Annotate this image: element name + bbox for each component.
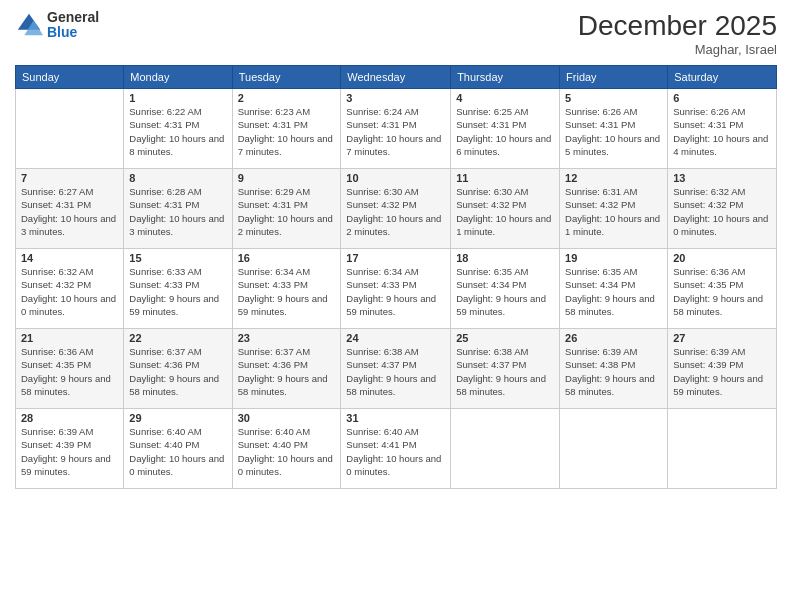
day-cell: 28Sunrise: 6:39 AM Sunset: 4:39 PM Dayli…: [16, 409, 124, 489]
day-cell: 4Sunrise: 6:25 AM Sunset: 4:31 PM Daylig…: [451, 89, 560, 169]
day-info: Sunrise: 6:30 AM Sunset: 4:32 PM Dayligh…: [456, 185, 554, 238]
day-info: Sunrise: 6:31 AM Sunset: 4:32 PM Dayligh…: [565, 185, 662, 238]
day-number: 16: [238, 252, 336, 264]
day-number: 14: [21, 252, 118, 264]
day-cell: 5Sunrise: 6:26 AM Sunset: 4:31 PM Daylig…: [560, 89, 668, 169]
day-number: 18: [456, 252, 554, 264]
day-number: 7: [21, 172, 118, 184]
day-number: 25: [456, 332, 554, 344]
day-info: Sunrise: 6:26 AM Sunset: 4:31 PM Dayligh…: [673, 105, 771, 158]
day-info: Sunrise: 6:38 AM Sunset: 4:37 PM Dayligh…: [456, 345, 554, 398]
day-info: Sunrise: 6:26 AM Sunset: 4:31 PM Dayligh…: [565, 105, 662, 158]
day-number: 5: [565, 92, 662, 104]
day-info: Sunrise: 6:27 AM Sunset: 4:31 PM Dayligh…: [21, 185, 118, 238]
day-number: 26: [565, 332, 662, 344]
day-cell: 14Sunrise: 6:32 AM Sunset: 4:32 PM Dayli…: [16, 249, 124, 329]
day-cell: 3Sunrise: 6:24 AM Sunset: 4:31 PM Daylig…: [341, 89, 451, 169]
day-number: 6: [673, 92, 771, 104]
day-info: Sunrise: 6:39 AM Sunset: 4:39 PM Dayligh…: [673, 345, 771, 398]
day-info: Sunrise: 6:24 AM Sunset: 4:31 PM Dayligh…: [346, 105, 445, 158]
week-row-3: 14Sunrise: 6:32 AM Sunset: 4:32 PM Dayli…: [16, 249, 777, 329]
day-info: Sunrise: 6:34 AM Sunset: 4:33 PM Dayligh…: [346, 265, 445, 318]
day-info: Sunrise: 6:36 AM Sunset: 4:35 PM Dayligh…: [673, 265, 771, 318]
day-cell: 24Sunrise: 6:38 AM Sunset: 4:37 PM Dayli…: [341, 329, 451, 409]
day-cell: 16Sunrise: 6:34 AM Sunset: 4:33 PM Dayli…: [232, 249, 341, 329]
day-number: 12: [565, 172, 662, 184]
day-info: Sunrise: 6:37 AM Sunset: 4:36 PM Dayligh…: [238, 345, 336, 398]
day-number: 28: [21, 412, 118, 424]
day-cell: 23Sunrise: 6:37 AM Sunset: 4:36 PM Dayli…: [232, 329, 341, 409]
day-number: 19: [565, 252, 662, 264]
title-section: December 2025 Maghar, Israel: [578, 10, 777, 57]
calendar-table: Sunday Monday Tuesday Wednesday Thursday…: [15, 65, 777, 489]
day-info: Sunrise: 6:40 AM Sunset: 4:40 PM Dayligh…: [238, 425, 336, 478]
week-row-1: 1Sunrise: 6:22 AM Sunset: 4:31 PM Daylig…: [16, 89, 777, 169]
day-info: Sunrise: 6:35 AM Sunset: 4:34 PM Dayligh…: [456, 265, 554, 318]
day-cell: [560, 409, 668, 489]
day-info: Sunrise: 6:25 AM Sunset: 4:31 PM Dayligh…: [456, 105, 554, 158]
day-cell: 31Sunrise: 6:40 AM Sunset: 4:41 PM Dayli…: [341, 409, 451, 489]
day-number: 11: [456, 172, 554, 184]
logo-icon: [15, 11, 43, 39]
col-saturday: Saturday: [668, 66, 777, 89]
page: General Blue December 2025 Maghar, Israe…: [0, 0, 792, 612]
day-info: Sunrise: 6:32 AM Sunset: 4:32 PM Dayligh…: [21, 265, 118, 318]
day-number: 15: [129, 252, 226, 264]
col-monday: Monday: [124, 66, 232, 89]
day-number: 13: [673, 172, 771, 184]
day-cell: 2Sunrise: 6:23 AM Sunset: 4:31 PM Daylig…: [232, 89, 341, 169]
day-info: Sunrise: 6:40 AM Sunset: 4:40 PM Dayligh…: [129, 425, 226, 478]
month-title: December 2025: [578, 10, 777, 42]
day-cell: 12Sunrise: 6:31 AM Sunset: 4:32 PM Dayli…: [560, 169, 668, 249]
day-cell: 8Sunrise: 6:28 AM Sunset: 4:31 PM Daylig…: [124, 169, 232, 249]
day-info: Sunrise: 6:35 AM Sunset: 4:34 PM Dayligh…: [565, 265, 662, 318]
day-number: 21: [21, 332, 118, 344]
logo: General Blue: [15, 10, 99, 41]
col-sunday: Sunday: [16, 66, 124, 89]
day-number: 22: [129, 332, 226, 344]
day-cell: 22Sunrise: 6:37 AM Sunset: 4:36 PM Dayli…: [124, 329, 232, 409]
day-cell: [451, 409, 560, 489]
logo-general-text: General: [47, 10, 99, 25]
day-cell: 30Sunrise: 6:40 AM Sunset: 4:40 PM Dayli…: [232, 409, 341, 489]
day-cell: [668, 409, 777, 489]
day-number: 10: [346, 172, 445, 184]
day-cell: 26Sunrise: 6:39 AM Sunset: 4:38 PM Dayli…: [560, 329, 668, 409]
day-cell: 19Sunrise: 6:35 AM Sunset: 4:34 PM Dayli…: [560, 249, 668, 329]
day-cell: 9Sunrise: 6:29 AM Sunset: 4:31 PM Daylig…: [232, 169, 341, 249]
col-wednesday: Wednesday: [341, 66, 451, 89]
day-info: Sunrise: 6:29 AM Sunset: 4:31 PM Dayligh…: [238, 185, 336, 238]
col-friday: Friday: [560, 66, 668, 89]
col-thursday: Thursday: [451, 66, 560, 89]
day-info: Sunrise: 6:28 AM Sunset: 4:31 PM Dayligh…: [129, 185, 226, 238]
calendar-header-row: Sunday Monday Tuesday Wednesday Thursday…: [16, 66, 777, 89]
day-number: 31: [346, 412, 445, 424]
day-info: Sunrise: 6:39 AM Sunset: 4:39 PM Dayligh…: [21, 425, 118, 478]
day-info: Sunrise: 6:23 AM Sunset: 4:31 PM Dayligh…: [238, 105, 336, 158]
day-cell: 17Sunrise: 6:34 AM Sunset: 4:33 PM Dayli…: [341, 249, 451, 329]
day-number: 1: [129, 92, 226, 104]
logo-blue-text: Blue: [47, 25, 99, 40]
col-tuesday: Tuesday: [232, 66, 341, 89]
day-cell: 7Sunrise: 6:27 AM Sunset: 4:31 PM Daylig…: [16, 169, 124, 249]
day-info: Sunrise: 6:33 AM Sunset: 4:33 PM Dayligh…: [129, 265, 226, 318]
day-cell: 21Sunrise: 6:36 AM Sunset: 4:35 PM Dayli…: [16, 329, 124, 409]
location: Maghar, Israel: [578, 42, 777, 57]
day-number: 24: [346, 332, 445, 344]
day-cell: 6Sunrise: 6:26 AM Sunset: 4:31 PM Daylig…: [668, 89, 777, 169]
day-number: 2: [238, 92, 336, 104]
day-number: 29: [129, 412, 226, 424]
day-number: 8: [129, 172, 226, 184]
day-info: Sunrise: 6:22 AM Sunset: 4:31 PM Dayligh…: [129, 105, 226, 158]
day-info: Sunrise: 6:30 AM Sunset: 4:32 PM Dayligh…: [346, 185, 445, 238]
day-cell: 1Sunrise: 6:22 AM Sunset: 4:31 PM Daylig…: [124, 89, 232, 169]
day-cell: 25Sunrise: 6:38 AM Sunset: 4:37 PM Dayli…: [451, 329, 560, 409]
day-info: Sunrise: 6:37 AM Sunset: 4:36 PM Dayligh…: [129, 345, 226, 398]
day-number: 4: [456, 92, 554, 104]
day-info: Sunrise: 6:39 AM Sunset: 4:38 PM Dayligh…: [565, 345, 662, 398]
day-number: 3: [346, 92, 445, 104]
day-cell: 13Sunrise: 6:32 AM Sunset: 4:32 PM Dayli…: [668, 169, 777, 249]
day-cell: 29Sunrise: 6:40 AM Sunset: 4:40 PM Dayli…: [124, 409, 232, 489]
day-cell: 20Sunrise: 6:36 AM Sunset: 4:35 PM Dayli…: [668, 249, 777, 329]
day-number: 30: [238, 412, 336, 424]
